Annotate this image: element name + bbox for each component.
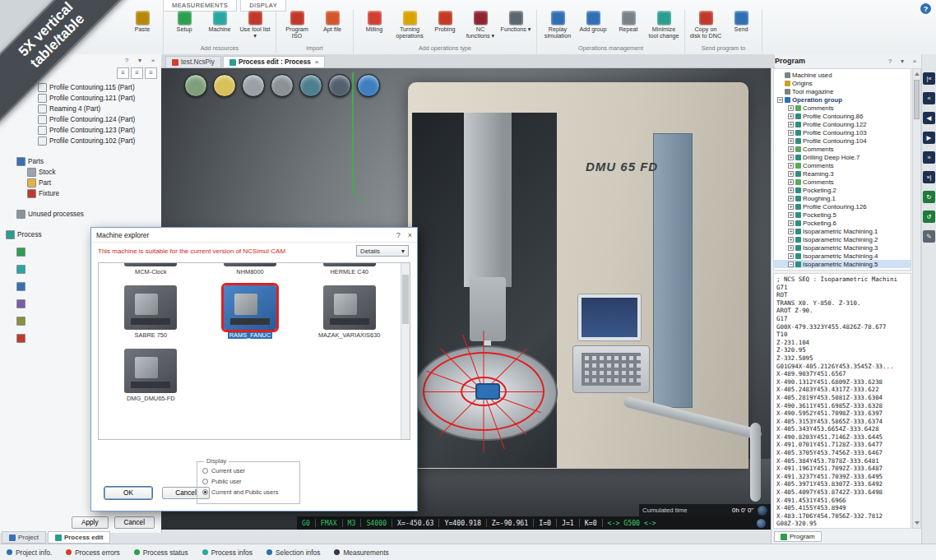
view-mode-list-button[interactable]: ≡: [117, 67, 129, 79]
reset-button[interactable]: ↺: [923, 211, 935, 223]
functions-button[interactable]: Functions ▾: [499, 10, 532, 44]
program-tree-item[interactable]: + Comments: [774, 145, 911, 153]
scroll-down-icon[interactable]: [915, 521, 920, 525]
nc-code-view[interactable]: ; NCS SEQ : Isoparametric MachiniG71ROTT…: [773, 273, 911, 529]
tree-item[interactable]: Part: [2, 178, 159, 188]
dialog-title-bar[interactable]: Machine explorer ?×: [91, 228, 417, 243]
status-item[interactable]: Project info.: [7, 548, 52, 557]
program-tree-item[interactable]: + Comments: [774, 178, 911, 186]
setup-button[interactable]: Setup: [168, 10, 201, 44]
details-dropdown[interactable]: Details ▾: [356, 245, 409, 257]
milling-button[interactable]: Milling: [358, 10, 391, 44]
machine-item-hermle-c40[interactable]: HERMLE C40: [302, 262, 396, 275]
view-section-button[interactable]: [299, 74, 322, 97]
status-item[interactable]: Process status: [134, 548, 188, 557]
expand-collapse-icon[interactable]: +: [788, 179, 794, 185]
tab-program[interactable]: Program: [774, 531, 822, 542]
replay-simulation-button[interactable]: Replay simulation: [541, 10, 574, 44]
nc-functions-button[interactable]: NC functions ▾: [464, 10, 497, 44]
program-tree-item[interactable]: Origins: [774, 79, 911, 87]
view-cube-button[interactable]: [213, 74, 236, 97]
expand-collapse-icon[interactable]: +: [788, 237, 794, 243]
tree-item[interactable]: Parts: [2, 156, 159, 167]
program-tree-item[interactable]: + Profile Contouring.103: [774, 128, 911, 137]
machine-item-mcm-clock[interactable]: MCM-Clock: [104, 262, 198, 275]
tree-item[interactable]: Profile Contouring.123 (Part): [2, 125, 159, 136]
expand-collapse-icon[interactable]: +: [788, 171, 794, 177]
program-tree-item[interactable]: + Pocketing.5: [774, 211, 911, 219]
status-item[interactable]: Process errors: [66, 548, 119, 557]
fast-forward-button[interactable]: »: [923, 151, 935, 164]
scrollbar-thumb[interactable]: [402, 275, 409, 324]
apt-file-button[interactable]: Apt file: [316, 10, 349, 44]
close-icon[interactable]: ×: [315, 58, 319, 66]
radio-icon[interactable]: [202, 468, 208, 474]
tree-item[interactable]: Reaming 4 (Part): [2, 104, 159, 114]
program-tree-item[interactable]: + Drilling Deep Hole.7: [774, 153, 911, 161]
program-tree-item[interactable]: + Isoparametric Machining.2: [774, 235, 911, 243]
tree-item[interactable]: Unused processes: [2, 209, 159, 220]
program-tree-item[interactable]: + Profile Contouring.122: [774, 120, 911, 128]
program-tree-item[interactable]: + Roughing.1: [774, 194, 911, 202]
paste-button[interactable]: Paste: [126, 10, 159, 44]
tree-item[interactable]: Profile Contouring.124 (Part): [2, 114, 159, 125]
expand-collapse-icon[interactable]: −: [788, 261, 794, 267]
view-mode-detail-button[interactable]: ≡: [131, 67, 143, 79]
expand-collapse-icon[interactable]: +: [788, 122, 794, 127]
program-tree-item[interactable]: + Profile Contouring.126: [774, 202, 911, 211]
go-end-button[interactable]: »|: [923, 171, 935, 183]
expand-collapse-icon[interactable]: +: [788, 204, 794, 210]
expand-collapse-icon[interactable]: +: [788, 229, 794, 234]
expand-collapse-icon[interactable]: +: [788, 138, 794, 144]
program-tree-item[interactable]: + Profile Contouring.104: [774, 137, 911, 145]
program-tree-item[interactable]: − Isoparametric Machining.5: [774, 260, 911, 268]
display-option-radio[interactable]: Current user: [202, 465, 294, 476]
program-tree-item[interactable]: Tool magazine: [774, 87, 911, 95]
display-option-radio[interactable]: Current and Public users: [202, 487, 294, 498]
view-sphere-button[interactable]: [242, 74, 265, 97]
program-tree-item[interactable]: + Isoparametric Machining.4: [774, 252, 911, 260]
program-tree-item[interactable]: + Pocketing.6: [774, 219, 911, 227]
send-button[interactable]: Send: [725, 10, 758, 44]
play-button[interactable]: ▶: [923, 132, 935, 144]
scrollbar-thumb[interactable]: [914, 80, 920, 119]
cancel-button[interactable]: Cancel: [114, 516, 155, 529]
program-tree-item[interactable]: + Isoparametric Machining.1: [774, 227, 911, 235]
program-tree-item[interactable]: Machine used: [774, 71, 911, 79]
tab-test-ncspiy[interactable]: test.NcsPiy: [165, 56, 221, 67]
program-dropdown-icon[interactable]: ▾: [898, 58, 906, 65]
copy-on-disk-button[interactable]: Copy on disk to DNC: [689, 10, 722, 44]
scroll-up-icon[interactable]: [915, 72, 920, 76]
view-wireframe-button[interactable]: [328, 74, 351, 97]
program-close-icon[interactable]: ×: [911, 58, 919, 65]
tab-process-edit-process[interactable]: Process edit : Process ×: [223, 56, 326, 67]
add-group-button[interactable]: Add group: [577, 10, 609, 44]
expand-collapse-icon[interactable]: −: [777, 97, 783, 103]
radio-icon[interactable]: [202, 489, 208, 495]
expand-collapse-icon[interactable]: +: [788, 146, 794, 152]
program-tree-item[interactable]: + Profile Contouring.86: [774, 112, 911, 120]
expand-collapse-icon[interactable]: +: [788, 163, 794, 169]
machine-item-nhm8000[interactable]: NHM8000: [203, 262, 298, 275]
tree-item[interactable]: Stock: [2, 167, 159, 178]
minimize-tool-change-button[interactable]: Minimize tool change: [647, 10, 680, 44]
expand-collapse-icon[interactable]: +: [788, 113, 794, 119]
machine-item-dmg-dmu65-fd[interactable]: DMG_DMU65-FD: [104, 349, 198, 402]
program-tree-item[interactable]: + Comments: [774, 104, 911, 112]
display-option-radio[interactable]: Public user: [202, 476, 294, 487]
radio-icon[interactable]: [202, 479, 208, 484]
panel-dropdown-icon[interactable]: ▾: [136, 57, 144, 64]
probing-button[interactable]: Probing: [429, 10, 461, 44]
expand-collapse-icon[interactable]: +: [788, 253, 794, 259]
step-back-button[interactable]: ◀: [923, 112, 935, 124]
machine-list[interactable]: MCM-Clock NHM8000 HERMLE C40 SAB: [98, 262, 410, 440]
tree-item[interactable]: Profile Contouring.102 (Part): [2, 136, 159, 146]
machine-item-mazak-variaxis630[interactable]: MAZAK_VARIAXIS630: [302, 285, 396, 339]
dialog-close-icon[interactable]: ×: [408, 231, 412, 239]
program-help-icon[interactable]: ?: [886, 58, 894, 65]
program-tree-item[interactable]: + Pocketing.2: [774, 186, 911, 194]
replay-button[interactable]: ↻: [923, 191, 935, 203]
ok-button[interactable]: OK: [104, 487, 152, 499]
tab-process-edit[interactable]: Process edit: [48, 531, 111, 544]
edit-button[interactable]: ✎: [923, 230, 935, 243]
